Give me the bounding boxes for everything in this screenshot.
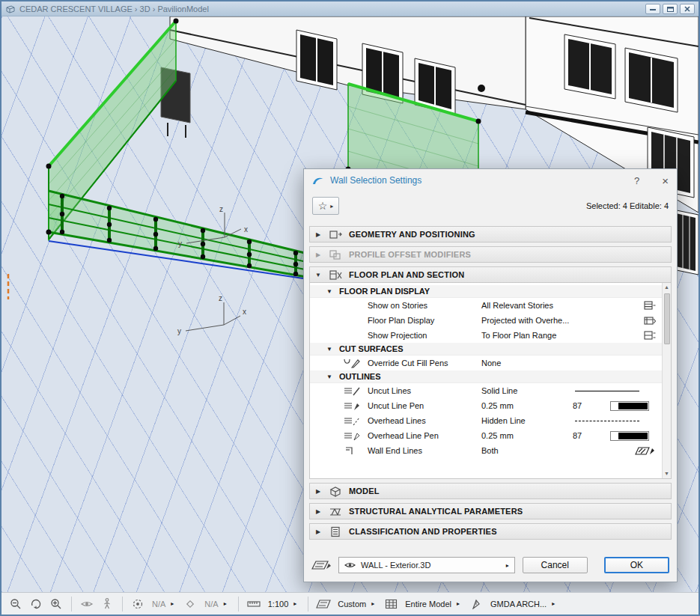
help-icon[interactable]: ? xyxy=(634,175,639,186)
wall-end-lines-icon xyxy=(343,445,368,457)
layer-settings-icon[interactable] xyxy=(311,559,331,571)
section-model[interactable]: ▶ MODEL xyxy=(309,483,672,499)
section-label: CLASSIFICATION AND PROPERTIES xyxy=(349,527,497,536)
setting-row-uncut-line-pen[interactable]: Uncut Line Pen 0.25 mm 87 xyxy=(310,398,662,413)
zoom-out-icon[interactable] xyxy=(7,597,25,612)
section-label: FLOOR PLAN AND SECTION xyxy=(349,270,464,279)
option-field-2[interactable]: N/A ▸ xyxy=(201,598,231,610)
solid-line-preview[interactable] xyxy=(575,391,639,391)
chevron-down-icon: ▼ xyxy=(326,346,332,353)
row-label: Floor Plan Display xyxy=(368,316,481,325)
chevron-right-icon: ▶ xyxy=(314,508,322,515)
setting-row-overhead-lines[interactable]: Overhead Lines Hidden Line xyxy=(310,413,662,428)
quick-options-bar: N/A ▸ N/A ▸ 1:100 ▸ Custom ▸ xyxy=(1,592,699,615)
show-projection-icon[interactable] xyxy=(643,330,656,341)
option-field-1[interactable]: N/A ▸ xyxy=(149,598,179,610)
popup-arrow-icon: ▸ xyxy=(506,562,509,569)
dashed-line-preview[interactable] xyxy=(575,421,639,421)
row-value[interactable]: Hidden Line xyxy=(481,416,573,425)
setting-row-show-on-stories[interactable]: Show on Stories All Relevant Stories xyxy=(310,298,662,313)
svg-text:x: x xyxy=(244,225,248,234)
settings-sections: ▶ GEOMETRY AND POSITIONING ▶ PROFILE OFF… xyxy=(304,220,677,540)
close-window-icon[interactable] xyxy=(680,4,695,14)
chevron-right-icon: ▶ xyxy=(314,231,322,238)
window-titlebar[interactable]: CEDAR CRESCENT VILLAGE › 3D › PavilionMo… xyxy=(1,1,699,16)
scroll-up-icon[interactable]: ▲ xyxy=(663,283,671,292)
row-value[interactable]: Both xyxy=(481,446,573,455)
pen-set-selector[interactable]: Custom ▸ xyxy=(335,598,380,610)
popup-arrow-icon: ▸ xyxy=(171,600,174,607)
svg-text:y: y xyxy=(178,240,182,248)
wall-end-lines-preview-icon[interactable] xyxy=(635,446,654,456)
subsection-outlines[interactable]: ▼ OUTLINES xyxy=(310,370,662,383)
scale-selector[interactable]: 1:100 ▸ xyxy=(265,598,302,610)
row-value[interactable]: Solid Line xyxy=(481,386,573,395)
subsection-floor-plan-display[interactable]: ▼ FLOOR PLAN DISPLAY xyxy=(310,285,662,298)
settings-list: ▼ FLOOR PLAN DISPLAY Show on Stories All… xyxy=(310,283,662,478)
section-geometry-and-positioning[interactable]: ▶ GEOMETRY AND POSITIONING xyxy=(309,226,672,243)
setting-row-overhead-line-pen[interactable]: Overhead Line Pen 0.25 mm 87 xyxy=(310,428,662,443)
setting-row-show-projection[interactable]: Show Projection To Floor Plan Range xyxy=(310,328,662,343)
dialog-footer: WALL - Exterior.3D ▸ Cancel OK xyxy=(304,549,677,582)
chevron-right-icon: ▶ xyxy=(314,528,322,535)
override-cut-fill-pens-icon xyxy=(343,358,368,369)
row-value[interactable]: 0.25 mm xyxy=(481,401,573,410)
selection-status: Selected: 4 Editable: 4 xyxy=(586,201,669,210)
3d-viewport[interactable]: zxy zxy Wall Selection Settings ? × xyxy=(1,16,699,592)
close-icon[interactable]: × xyxy=(662,174,669,187)
minimize-button[interactable] xyxy=(645,4,660,14)
section-profile-offset-modifiers[interactable]: ▶ PROFILE OFFSET MODIFIERS xyxy=(309,246,672,263)
orbit-icon[interactable] xyxy=(27,597,45,612)
layer-name: WALL - Exterior.3D xyxy=(361,561,430,570)
walk-mode-icon[interactable] xyxy=(98,597,116,612)
zoom-in-icon[interactable] xyxy=(47,597,65,612)
row-label: Uncut Line Pen xyxy=(368,401,481,410)
3d-window-icon xyxy=(5,4,15,13)
model-filter-selector[interactable]: Entire Model ▸ xyxy=(402,598,465,610)
overhead-line-pen-icon xyxy=(343,430,368,442)
look-to-icon[interactable] xyxy=(78,597,96,612)
section-classification-and-properties[interactable]: ▶ CLASSIFICATION AND PROPERTIES xyxy=(309,523,672,540)
floor-plan-section-icon xyxy=(328,269,343,281)
pen-set-icon[interactable] xyxy=(314,597,332,612)
section-structural-analytical-parameters[interactable]: ▶ STRUCTURAL ANALYTICAL PARAMETERS xyxy=(309,503,672,519)
dialog-toolbar: ☆ ▸ Selected: 4 Editable: 4 xyxy=(304,192,677,220)
section-floor-plan-and-section[interactable]: ▼ FLOOR PLAN AND SECTION xyxy=(309,266,672,283)
layer-combination-icon[interactable] xyxy=(467,597,485,612)
row-value[interactable]: 0.25 mm xyxy=(481,431,573,440)
setting-row-override-cut-fill-pens[interactable]: Override Cut Fill Pens None xyxy=(310,356,662,370)
restore-button[interactable] xyxy=(663,4,678,14)
row-label: Overhead Lines xyxy=(368,416,481,425)
subsection-cut-surfaces[interactable]: ▼ CUT SURFACES xyxy=(310,343,662,356)
structural-parameters-icon xyxy=(328,506,343,517)
favorites-button[interactable]: ☆ ▸ xyxy=(312,197,339,215)
pen-color-preview[interactable] xyxy=(610,431,649,441)
scrollbar-thumb[interactable] xyxy=(664,293,670,344)
row-label: Override Cut Fill Pens xyxy=(368,359,481,368)
layer-selector[interactable]: WALL - Exterior.3D ▸ xyxy=(338,557,515,573)
svg-text:y: y xyxy=(177,327,181,335)
setting-row-floor-plan-display[interactable]: Floor Plan Display Projected with Overhe… xyxy=(310,313,662,328)
setting-row-uncut-lines[interactable]: Uncut Lines Solid Line xyxy=(310,383,662,398)
pen-attribute-icon[interactable] xyxy=(181,597,199,612)
model-view-options-icon[interactable] xyxy=(382,597,400,612)
dialog-titlebar[interactable]: Wall Selection Settings ? × xyxy=(304,169,677,192)
chevron-down-icon: ▼ xyxy=(314,272,322,278)
row-value[interactable]: To Floor Plan Range xyxy=(481,331,573,340)
pen-color-preview[interactable] xyxy=(610,401,649,411)
setting-row-wall-end-lines[interactable]: Wall End Lines Both xyxy=(310,443,662,458)
row-value[interactable]: All Relevant Stories xyxy=(481,301,573,310)
app-window: CEDAR CRESCENT VILLAGE › 3D › PavilionMo… xyxy=(0,0,700,616)
show-on-stories-icon[interactable] xyxy=(643,300,656,311)
chevron-down-icon: ▼ xyxy=(326,373,332,380)
cancel-button[interactable]: Cancel xyxy=(523,557,588,573)
scroll-down-icon[interactable]: ▼ xyxy=(663,469,671,478)
ok-button[interactable]: OK xyxy=(604,557,669,573)
floor-plan-display-icon[interactable] xyxy=(643,315,656,326)
panel-scrollbar[interactable]: ▲ ▼ xyxy=(662,283,671,478)
row-value[interactable]: Projected with Overhe... xyxy=(481,316,573,325)
scale-ruler-icon[interactable] xyxy=(245,597,263,612)
row-value[interactable]: None xyxy=(481,359,573,368)
marquee-select-icon[interactable] xyxy=(129,597,147,612)
layer-combination-selector[interactable]: GMDA ARCH... ▸ xyxy=(487,598,560,610)
